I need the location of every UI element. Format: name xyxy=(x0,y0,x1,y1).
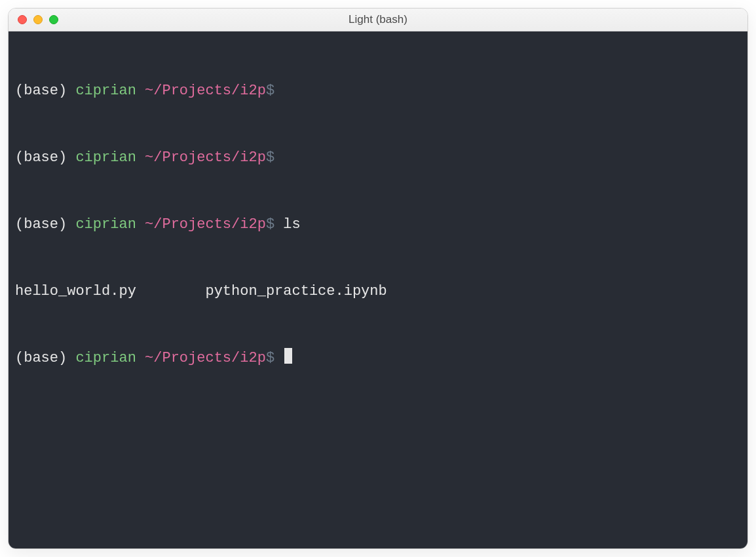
prompt-line: (base) ciprian ~/Projects/i2p$ xyxy=(15,80,741,102)
ls-output-file: python_practice.ipynb xyxy=(205,283,387,299)
prompt-symbol: $ xyxy=(266,216,274,233)
zoom-icon[interactable] xyxy=(49,15,58,24)
path-label: ~/Projects/i2p xyxy=(145,216,266,233)
path-label: ~/Projects/i2p xyxy=(145,350,266,366)
user-label: ciprian xyxy=(75,83,136,99)
terminal-body[interactable]: (base) ciprian ~/Projects/i2p$ (base) ci… xyxy=(9,31,747,548)
ls-output-file: hello_world.py xyxy=(15,283,136,299)
prompt-symbol: $ xyxy=(266,350,274,366)
path-label: ~/Projects/i2p xyxy=(145,83,266,99)
command-text: ls xyxy=(283,216,300,233)
minimize-icon[interactable] xyxy=(33,15,43,24)
env-label: (base) xyxy=(15,83,67,99)
env-label: (base) xyxy=(15,216,67,233)
close-icon[interactable] xyxy=(18,15,27,24)
ls-output-spacer xyxy=(136,283,206,299)
output-line: hello_world.py python_practice.ipynb xyxy=(15,280,741,303)
user-label: ciprian xyxy=(75,149,136,166)
path-label: ~/Projects/i2p xyxy=(145,149,266,166)
titlebar[interactable]: Light (bash) xyxy=(9,9,747,31)
prompt-line: (base) ciprian ~/Projects/i2p$ ls xyxy=(15,214,741,236)
window-title: Light (bash) xyxy=(9,13,747,26)
cursor-icon xyxy=(284,348,292,364)
prompt-symbol: $ xyxy=(266,83,274,99)
terminal-window: Light (bash) (base) ciprian ~/Projects/i… xyxy=(8,8,748,549)
prompt-line: (base) ciprian ~/Projects/i2p$ xyxy=(15,147,741,169)
user-label: ciprian xyxy=(75,350,136,366)
user-label: ciprian xyxy=(75,216,136,233)
prompt-symbol: $ xyxy=(266,149,274,166)
traffic-lights xyxy=(9,15,58,24)
env-label: (base) xyxy=(15,350,67,366)
env-label: (base) xyxy=(15,149,67,166)
prompt-line-active: (base) ciprian ~/Projects/i2p$ xyxy=(15,347,741,370)
